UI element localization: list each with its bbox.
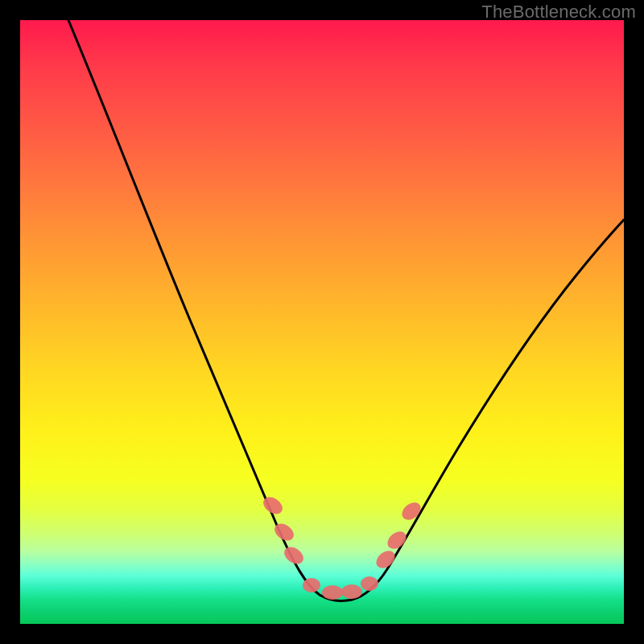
svg-point-3 <box>303 578 320 592</box>
svg-point-6 <box>361 576 378 591</box>
curve-layer <box>20 20 624 624</box>
highlight-beads <box>260 493 424 600</box>
watermark-text: TheBottleneck.com <box>481 2 636 23</box>
bottleneck-curve <box>68 20 624 601</box>
svg-point-5 <box>341 584 362 599</box>
svg-point-4 <box>322 585 343 600</box>
chart-frame: TheBottleneck.com <box>0 0 644 644</box>
svg-point-2 <box>281 543 307 568</box>
plot-area <box>20 20 624 624</box>
